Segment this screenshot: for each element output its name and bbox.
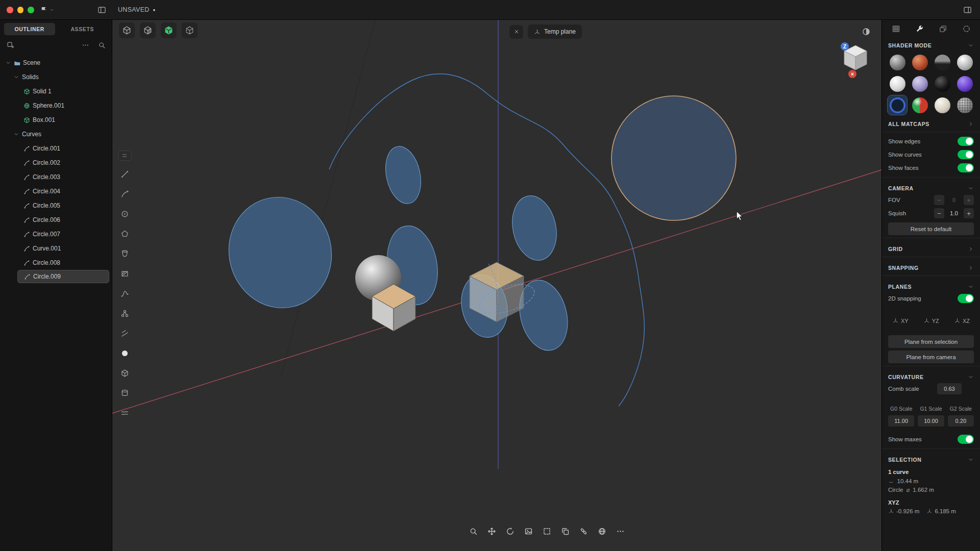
tree-item-solids[interactable]: Solids [0, 70, 112, 84]
grid-section-header[interactable]: GRID [882, 241, 980, 254]
squish-decrement-button[interactable]: − [934, 208, 944, 218]
tree-item-circle-005[interactable]: Circle.005 [0, 198, 112, 213]
zoom-region-button[interactable] [467, 524, 480, 538]
show-faces-toggle[interactable] [958, 163, 974, 172]
outliner-search-button[interactable] [96, 40, 107, 50]
scene-canvas[interactable] [112, 20, 881, 551]
curve-circle-top[interactable] [381, 143, 426, 207]
sweep-button[interactable] [118, 327, 131, 340]
tree-item-curves[interactable]: Curves [0, 127, 112, 141]
marquee-button[interactable] [540, 524, 554, 538]
temp-plane-chip[interactable]: Temp plane [528, 24, 582, 39]
matcap-chrome[interactable] [955, 53, 974, 72]
plane-xy-button[interactable]: XY [892, 317, 909, 324]
solid-mode-button[interactable] [161, 22, 177, 38]
snapping-section-header[interactable]: SNAPPING [882, 260, 980, 273]
camera-section-header[interactable]: CAMERA [882, 180, 980, 193]
control-curve-button[interactable] [118, 187, 131, 201]
shader-mode-section-header[interactable]: SHADER MODE [882, 37, 980, 51]
curve-circle-mid-right[interactable] [507, 192, 562, 265]
matcap-horizon[interactable] [933, 53, 952, 72]
world-button[interactable] [595, 524, 609, 538]
tree-item-scene[interactable]: Scene [0, 56, 112, 70]
tree-item-solid-1[interactable]: Solid 1 [0, 84, 112, 98]
box-tool-button[interactable] [118, 366, 131, 380]
all-matcaps-button[interactable]: ALL MATCAPS [882, 116, 980, 129]
rotate-button[interactable] [503, 524, 517, 538]
tree-item-circle-007[interactable]: Circle.007 [0, 227, 112, 241]
plane-from-selection-button[interactable]: Plane from selection [888, 335, 974, 348]
matcap-clay[interactable] [910, 53, 929, 72]
tab-outliner[interactable]: OUTLINER [4, 23, 55, 35]
tree-item-circle-002[interactable]: Circle.002 [0, 156, 112, 170]
link-button[interactable] [577, 524, 591, 538]
highlighted-circle[interactable] [611, 96, 736, 220]
move-button[interactable] [485, 524, 499, 538]
temp-plane-close-button[interactable] [509, 25, 523, 39]
xray-mode-button[interactable] [182, 22, 198, 38]
selection-section-header[interactable]: SELECTION [882, 452, 980, 465]
circle-tool-button[interactable] [118, 207, 131, 220]
g1-scale-value[interactable]: 10.00 [918, 415, 944, 427]
tree-item-circle-006[interactable]: Circle.006 [0, 213, 112, 227]
curvature-section-header[interactable]: CURVATURE [882, 369, 980, 382]
outliner-more-button[interactable] [80, 40, 90, 50]
revolve-button[interactable] [118, 247, 131, 260]
spline-button[interactable] [118, 287, 131, 300]
fov-increment-button[interactable]: + [964, 195, 974, 205]
panel-tab-circle-dash[interactable] [959, 21, 973, 36]
matcap-ivory[interactable] [933, 95, 952, 115]
comb-scale-value[interactable]: 0.63 [937, 383, 962, 394]
panel-tab-table[interactable] [889, 21, 903, 36]
shading-panel-toggle-button[interactable] [859, 24, 873, 39]
fov-decrement-button[interactable]: − [934, 195, 944, 205]
squish-value[interactable]: 1.0 [945, 210, 963, 216]
minimize-window-button[interactable] [17, 7, 24, 13]
sphere-tool-button[interactable] [118, 346, 131, 360]
more-button[interactable] [614, 524, 627, 538]
tree-item-circle-009[interactable]: Circle.009 [17, 270, 109, 283]
matcap-porcelain[interactable] [888, 74, 907, 93]
node-button[interactable] [118, 307, 131, 320]
toggle-right-sidebar-button[interactable] [961, 4, 974, 15]
rect-tool-button[interactable] [118, 267, 131, 280]
tab-assets[interactable]: ASSETS [57, 23, 108, 35]
fov-value[interactable]: 0 [945, 197, 963, 203]
2d-snapping-toggle[interactable] [958, 294, 974, 303]
reset-to-default-button[interactable]: Reset to default [888, 222, 974, 235]
mesh-tool-button[interactable] [118, 406, 131, 419]
tree-item-circle-001[interactable]: Circle.001 [0, 141, 112, 156]
guide-spline-curve[interactable] [329, 74, 644, 406]
matcap-onyx[interactable] [933, 74, 952, 93]
curve-circle-large-left[interactable] [217, 186, 344, 319]
shaded-mode-button[interactable] [140, 22, 156, 38]
viewport[interactable]: Temp plane Z × [112, 20, 881, 551]
tree-item-box-001[interactable]: Box.001 [0, 113, 112, 127]
show-maxes-toggle[interactable] [958, 435, 974, 444]
g2-scale-value[interactable]: 0.20 [948, 415, 974, 427]
matcap-grid-gray[interactable] [955, 95, 974, 115]
plane-from-camera-button[interactable]: Plane from camera [888, 350, 974, 363]
matcap-blue-ring[interactable] [888, 95, 907, 115]
wireframe-mode-button[interactable] [119, 22, 135, 38]
tree-item-sphere-001[interactable]: Sphere.001 [0, 98, 112, 113]
planes-section-header[interactable]: PLANES [882, 279, 980, 292]
nav-cube[interactable]: Z × [840, 41, 871, 79]
polygon-button[interactable] [118, 227, 131, 240]
toggle-left-sidebar-button[interactable] [95, 4, 108, 15]
line-button[interactable] [118, 167, 131, 181]
tree-item-circle-008[interactable]: Circle.008 [0, 256, 112, 270]
add-scene-button[interactable] [5, 40, 15, 50]
plane-yz-button[interactable]: YZ [923, 317, 939, 324]
tree-item-circle-004[interactable]: Circle.004 [0, 184, 112, 198]
zoom-window-button[interactable] [28, 7, 34, 13]
matcap-red-green[interactable] [910, 95, 929, 115]
plane-xz-button[interactable]: XZ [954, 317, 970, 324]
matcap-pearl[interactable] [910, 74, 929, 93]
g0-scale-value[interactable]: 11.00 [888, 415, 914, 427]
app-menu-button[interactable] [40, 4, 54, 15]
squish-increment-button[interactable]: + [964, 208, 974, 218]
show-curves-toggle[interactable] [958, 150, 974, 159]
close-window-button[interactable] [7, 7, 13, 13]
handle-button[interactable] [118, 151, 132, 161]
